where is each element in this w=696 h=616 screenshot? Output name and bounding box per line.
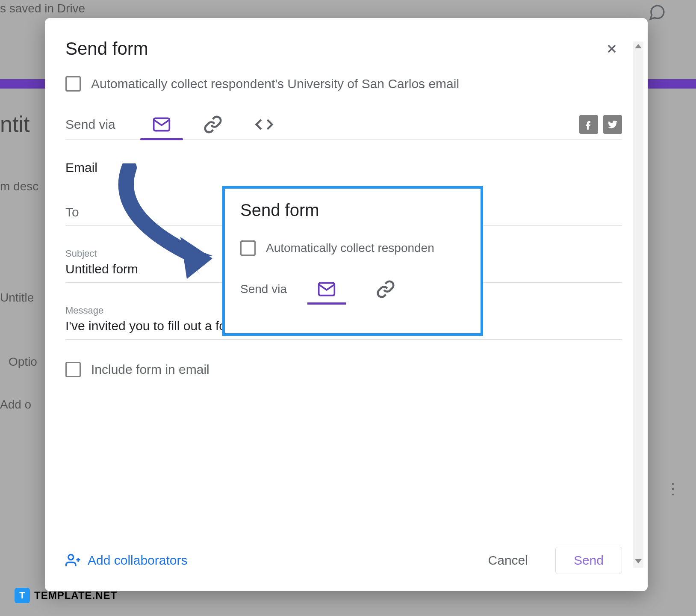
tab-embed[interactable] [239,110,290,139]
cancel-button[interactable]: Cancel [478,547,538,574]
twitter-icon [608,119,618,130]
auto-collect-checkbox[interactable] [65,76,81,92]
close-button[interactable] [602,38,622,59]
embed-icon [255,115,274,134]
callout-tab-link [366,275,405,303]
send-button[interactable]: Send [555,547,622,574]
bg-option: Optio [9,355,37,369]
include-form-checkbox[interactable] [65,362,81,377]
watermark: T TEMPLATE.NET [15,588,117,603]
bg-form-title: ntit [0,111,29,137]
scrollbar[interactable] [633,41,643,568]
add-person-icon [65,553,81,568]
add-collaborators-button[interactable]: Add collaborators [65,553,187,568]
link-icon [376,280,395,299]
callout-send-via-label: Send via [240,282,287,296]
comment-icon [648,3,666,21]
callout-checkbox [240,240,256,256]
tab-email[interactable] [136,110,187,139]
callout-title: Send form [240,201,465,220]
watermark-icon: T [15,588,30,603]
email-section-heading: Email [65,160,622,175]
link-icon [203,115,222,134]
add-collaborators-label: Add collaborators [88,553,187,568]
callout-tab-email [307,275,346,303]
modal-title: Send form [65,38,148,59]
annotation-callout: Send form Automatically collect responde… [222,186,483,336]
bg-form-description: m desc [0,180,38,193]
facebook-icon [584,119,594,130]
tab-link[interactable] [187,110,239,139]
callout-checkbox-label: Automatically collect responden [266,241,434,255]
more-menu-icon: ⋮ [665,480,679,498]
email-icon [317,280,336,299]
watermark-text: TEMPLATE.NET [34,589,117,601]
auto-collect-label: Automatically collect respondent's Unive… [91,77,459,91]
bg-add-option: Add o [0,398,31,412]
send-via-label: Send via [65,117,115,132]
share-twitter[interactable] [603,115,622,134]
email-icon [152,115,171,134]
svg-point-3 [68,555,74,560]
share-facebook[interactable] [579,115,598,134]
bg-question: Untitle [0,291,34,305]
close-icon [605,42,619,56]
include-form-label: Include form in email [91,362,209,377]
saved-status: s saved in Drive [0,2,85,15]
